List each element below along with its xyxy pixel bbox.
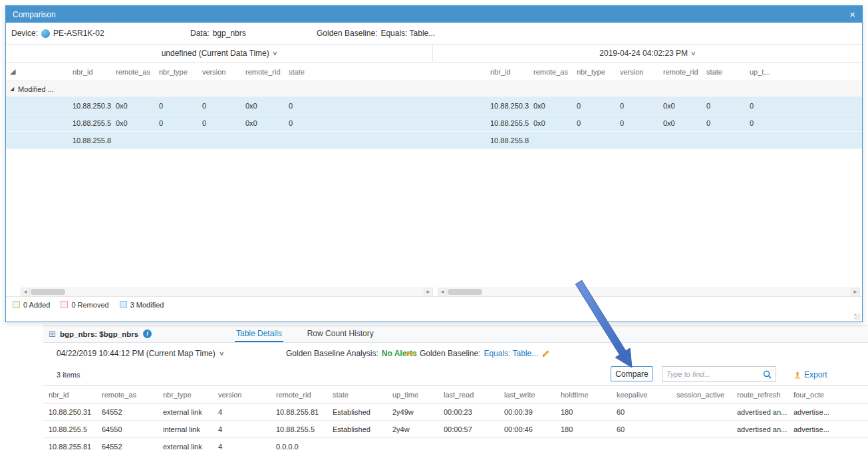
scroll-right-icon[interactable]: ► bbox=[424, 288, 433, 296]
comparison-cell: 10.88.255.81 bbox=[486, 136, 529, 144]
scroll-left-icon[interactable]: ◄ bbox=[438, 288, 447, 296]
column-header[interactable]: remote_rid bbox=[659, 68, 702, 76]
table-cell: external link bbox=[158, 443, 213, 451]
column-header[interactable]: last_read bbox=[438, 391, 499, 399]
column-header[interactable]: nbr_id bbox=[43, 391, 96, 399]
details-titlebar: ⊞ bgp_nbrs: $bgp_nbrs i Table Details Ro… bbox=[43, 325, 868, 343]
column-header[interactable]: session_active bbox=[671, 391, 732, 399]
column-header[interactable]: nbr_id bbox=[486, 68, 529, 76]
table-cell: 10.88.255.5 bbox=[271, 425, 327, 433]
comparison-row[interactable]: 10.88.250.310x0000x0010.88.250.310x0000x… bbox=[6, 97, 862, 114]
column-header[interactable]: remote_as bbox=[529, 68, 573, 76]
table-cell: 10.88.255.5 bbox=[43, 425, 96, 433]
time-selector-row: undefined (Current Data Time) ∨ 2019-04-… bbox=[6, 45, 862, 63]
comparison-cell: 0 bbox=[702, 102, 746, 110]
table-cell: 0.0.0.0 bbox=[271, 443, 327, 451]
table-row[interactable]: 10.88.255.8164552external link40.0.0.0 bbox=[43, 438, 868, 454]
column-header[interactable]: last_write bbox=[499, 391, 555, 399]
table-cell: internal link bbox=[158, 425, 213, 433]
comparison-row[interactable]: 10.88.255.8110.88.255.81 bbox=[6, 132, 862, 149]
tab-row-count-history[interactable]: Row Count History bbox=[306, 326, 375, 342]
column-header[interactable]: up_t... bbox=[746, 68, 862, 76]
column-header[interactable]: version bbox=[616, 68, 659, 76]
legend-item: 0 Added bbox=[13, 301, 50, 309]
scrollbar-thumb[interactable] bbox=[448, 289, 482, 295]
map-time-selector[interactable]: 04/22/2019 10:44:12 PM (Current Map Time… bbox=[57, 349, 223, 358]
group-label: Modified ... bbox=[18, 85, 54, 93]
table-cell: 00:00:23 bbox=[438, 408, 499, 416]
column-header[interactable]: up_time bbox=[387, 391, 438, 399]
column-header[interactable]: nbr_type bbox=[158, 391, 213, 399]
column-header[interactable]: remote_rid bbox=[241, 68, 285, 76]
compare-button[interactable]: Compare bbox=[611, 366, 653, 381]
search-box bbox=[662, 366, 776, 382]
table-cell: 180 bbox=[555, 425, 611, 433]
scrollbar-thumb[interactable] bbox=[31, 289, 65, 295]
close-icon[interactable]: × bbox=[849, 9, 855, 19]
column-header[interactable]: state bbox=[285, 68, 433, 76]
comparison-row[interactable]: 10.88.255.50x0000x0010.88.255.50x0000x00… bbox=[6, 114, 862, 132]
details-column-headers: nbr_idremote_asnbr_typeversionremote_rid… bbox=[43, 385, 868, 403]
left-time-selector[interactable]: undefined (Current Data Time) ∨ bbox=[6, 45, 433, 62]
column-header[interactable]: remote_as bbox=[96, 391, 158, 399]
baseline-value: Equals: Table... bbox=[380, 29, 435, 38]
table-cell: 00:00:57 bbox=[438, 425, 499, 433]
comparison-cell: 0x0 bbox=[241, 119, 285, 127]
left-panel-scrollbar[interactable]: ◄ ► bbox=[21, 287, 433, 296]
comparison-cell: 0 bbox=[746, 119, 862, 127]
table-cell: external link bbox=[158, 408, 213, 416]
column-header[interactable]: remote_rid bbox=[271, 391, 327, 399]
search-input[interactable] bbox=[662, 370, 762, 378]
column-header[interactable]: version bbox=[198, 68, 241, 76]
items-count: 3 items bbox=[57, 371, 80, 379]
column-header[interactable]: state bbox=[327, 391, 387, 399]
tab-table-details[interactable]: Table Details bbox=[235, 326, 283, 342]
column-header[interactable]: keepalive bbox=[611, 391, 671, 399]
data-info: Data: bgp_nbrs bbox=[190, 29, 246, 38]
table-title: bgp_nbrs: $bgp_nbrs bbox=[60, 330, 138, 338]
table-cell: 10.88.250.31 bbox=[43, 408, 96, 416]
column-header[interactable]: nbr_id bbox=[69, 68, 112, 76]
right-panel-scrollbar[interactable]: ◄ ► bbox=[438, 287, 860, 296]
table-cell: advertise... bbox=[788, 425, 868, 433]
chevron-down-icon: ∨ bbox=[272, 50, 278, 57]
column-header[interactable]: version bbox=[213, 391, 271, 399]
column-header[interactable]: holdtime bbox=[555, 391, 611, 399]
scrollbar-track[interactable] bbox=[447, 288, 851, 296]
comparison-column-headers: ◢nbr_idremote_asnbr_typeversionremote_ri… bbox=[6, 63, 862, 81]
collapse-all-icon[interactable]: ◢ bbox=[6, 68, 21, 75]
baseline-label: Golden Baseline: bbox=[317, 29, 377, 38]
data-label: Data: bbox=[190, 29, 210, 38]
analysis-label: Golden Baseline Analysis: bbox=[286, 349, 378, 358]
dialog-titlebar: Comparison × bbox=[6, 6, 862, 23]
comparison-cell: 0 bbox=[198, 119, 241, 127]
right-time-selector[interactable]: 2019-04-24 04:02:23 PM ∨ bbox=[433, 45, 862, 62]
comparison-rows: 10.88.250.310x0000x0010.88.250.310x0000x… bbox=[6, 97, 862, 149]
collapse-group-icon[interactable]: ◢ bbox=[6, 87, 18, 92]
search-icon[interactable] bbox=[762, 369, 772, 379]
comparison-cell: 10.88.250.31 bbox=[486, 102, 529, 110]
modified-group-row[interactable]: ◢ Modified ... bbox=[6, 81, 862, 97]
scrollbar-track[interactable] bbox=[30, 288, 424, 296]
column-header[interactable]: route_refresh bbox=[732, 391, 788, 399]
column-header[interactable]: remote_as bbox=[112, 68, 155, 76]
baseline-line-indicator bbox=[406, 352, 414, 354]
legend-item: 0 Removed bbox=[61, 301, 108, 309]
table-row[interactable]: 10.88.250.3164552external link410.88.255… bbox=[43, 403, 868, 421]
column-header[interactable]: nbr_type bbox=[573, 68, 616, 76]
column-header[interactable]: four_octe bbox=[788, 391, 868, 399]
info-icon[interactable]: i bbox=[143, 330, 152, 338]
column-header[interactable]: nbr_type bbox=[155, 68, 198, 76]
comparison-cell: 0 bbox=[702, 119, 746, 127]
baseline-link[interactable]: Equals: Table... bbox=[484, 349, 538, 358]
column-header[interactable]: state bbox=[702, 68, 746, 76]
scroll-right-icon[interactable]: ► bbox=[851, 288, 860, 296]
legend-swatch bbox=[13, 301, 20, 308]
export-button[interactable]: Export bbox=[794, 370, 827, 379]
table-cell: 64550 bbox=[96, 425, 158, 433]
table-row[interactable]: 10.88.255.564550internal link410.88.255.… bbox=[43, 421, 868, 438]
edit-pencil-icon[interactable] bbox=[541, 349, 550, 357]
scroll-left-icon[interactable]: ◄ bbox=[21, 288, 30, 296]
table-cell: 64552 bbox=[96, 443, 158, 451]
resize-handle[interactable] bbox=[854, 314, 861, 320]
